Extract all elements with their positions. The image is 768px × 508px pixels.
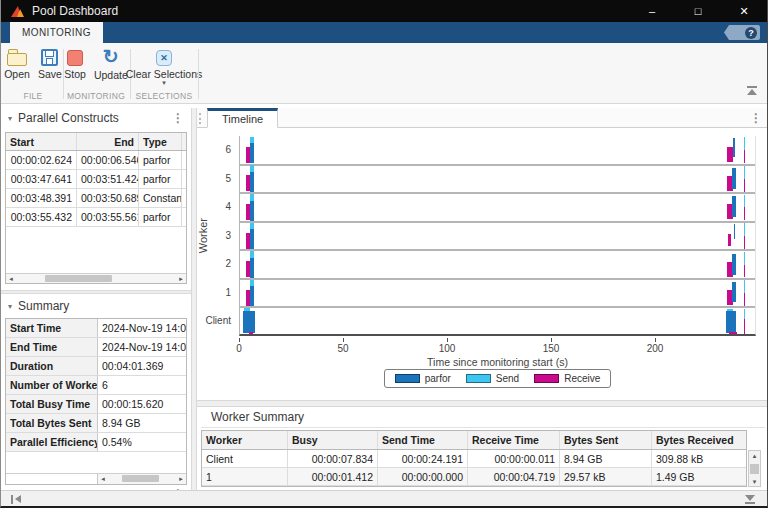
timeline-bar[interactable] [744,252,745,265]
scroll-thumb[interactable] [750,464,759,474]
column-header[interactable]: Receive Time [468,431,560,449]
horizontal-scrollbar[interactable]: ◂ ▸ [6,273,186,283]
legend-item[interactable]: Receive [534,373,600,384]
scroll-right-arrow[interactable]: ▸ [176,274,186,284]
table-row[interactable]: Duration00:04:01.369 [6,357,186,376]
horizontal-scrollbar[interactable]: ◂ ▸ [98,474,186,484]
timeline-bar[interactable] [250,194,254,201]
timeline-bar[interactable] [744,223,745,236]
timeline-bar[interactable] [249,332,253,336]
timeline-bar[interactable] [744,166,745,179]
scroll-left-arrow[interactable]: ◂ [98,474,108,484]
table-row[interactable]: 00:00:02.62400:00:06.546parfor [6,151,186,170]
table-row[interactable]: Number of Workers6 [6,376,186,395]
scroll-thumb[interactable] [122,475,159,482]
timeline-bar[interactable] [726,311,736,333]
collapse-left-panel-button[interactable] [11,495,22,504]
timeline-bar[interactable] [744,150,745,163]
row-label: Total Bytes Sent [6,414,98,432]
timeline-bar[interactable] [250,165,254,172]
table-row[interactable]: End Time2024-Nov-19 14:04:48.5 [6,338,186,357]
timeline-bar[interactable] [732,254,735,275]
timeline-bar[interactable] [250,280,254,287]
table-row[interactable]: 00:03:48.39100:03:50.689Constant [6,189,186,208]
timeline-bar[interactable] [733,138,735,156]
horizontal-splitter[interactable] [197,400,768,407]
column-header[interactable]: Bytes Sent [560,431,652,449]
timeline-bar[interactable] [744,309,745,319]
open-button[interactable]: Open [2,47,32,87]
minimize-button[interactable]: – [629,0,675,22]
timeline-bar[interactable] [250,286,254,306]
table-row[interactable]: 00:03:55.43200:03:55.561parfor [6,208,186,227]
maximize-button[interactable]: □ [675,0,721,22]
table-row[interactable]: Parallel Efficiency0.54% [6,433,186,452]
collapse-triangle-icon[interactable]: ▾ [8,302,12,311]
timeline-bar[interactable] [243,311,255,333]
timeline-bar[interactable] [732,282,735,303]
timeline-bar[interactable] [732,168,736,189]
clear-selections-button[interactable]: ✕ Clear Selections ▾ [124,47,204,87]
timeline-bar[interactable] [744,195,745,208]
timeline-bar[interactable] [250,258,254,278]
tab-timeline[interactable]: Timeline [207,108,278,128]
tab-monitoring[interactable]: MONITORING [10,22,103,43]
timeline-bar[interactable] [744,236,745,249]
column-header[interactable]: Send Time [378,431,468,449]
timeline-bar[interactable] [744,207,745,220]
column-header-start[interactable]: Start [6,133,77,150]
scroll-down-arrow[interactable]: ▾ [753,477,757,486]
timeline-bar[interactable] [250,143,254,163]
table-row[interactable]: 00:03:47.64100:03:51.424parfor [6,170,186,189]
table-row[interactable]: 100:00:01.41200:00:00.00000:00:04.71929.… [202,468,746,486]
horizontal-splitter[interactable] [1,290,191,294]
table-row[interactable]: Total Busy Time00:00:15.620 [6,395,186,414]
timeline-bar[interactable] [732,196,736,217]
scroll-left-arrow[interactable]: ◂ [6,274,16,284]
timeline-bar[interactable] [250,201,254,221]
help-button[interactable]: ? [724,25,760,40]
timeline-bar[interactable] [250,229,254,249]
save-button[interactable]: Save [36,47,64,87]
timeline-bar[interactable] [250,172,254,192]
table-row[interactable]: Client00:00:07.83400:00:24.19100:00:00.0… [202,450,746,468]
table-row[interactable]: Start Time2024-Nov-19 14:00:47.5 [6,319,186,338]
timeline-bar[interactable] [744,137,745,150]
collapse-triangle-icon[interactable]: ▾ [8,114,12,123]
timeline-plot[interactable] [239,136,756,336]
timeline-bar[interactable] [250,137,254,144]
column-header[interactable]: Worker [202,431,288,449]
timeline-bar[interactable] [734,224,736,239]
close-button[interactable]: ✕ [721,0,767,22]
scroll-up-arrow[interactable]: ▴ [753,451,757,460]
scroll-right-arrow[interactable]: ▸ [176,474,186,484]
scroll-thumb[interactable] [45,275,112,282]
legend-item[interactable]: parfor [395,373,451,384]
scroll-track[interactable] [16,274,176,283]
timeline-bar[interactable] [744,265,745,278]
timeline-bar[interactable] [744,280,745,293]
timeline-bar[interactable] [728,234,731,247]
collapse-ribbon-button[interactable] [747,86,757,95]
x-tick-label: 0 [224,343,254,354]
timeline-bar[interactable] [250,251,254,258]
timeline-bar[interactable] [729,332,737,336]
vertical-scrollbar[interactable]: ▴ ▾ [748,450,761,487]
legend-item[interactable]: Send [466,373,519,384]
column-header-end[interactable]: End [77,133,139,150]
timeline-bar[interactable] [250,223,254,230]
drag-handle-icon[interactable] [199,113,203,124]
scroll-track[interactable] [108,474,176,484]
timeline-bar[interactable] [744,319,745,335]
timeline-bar[interactable] [727,147,733,162]
timeline-bar[interactable] [744,179,745,192]
collapse-bottom-panel-button[interactable] [745,495,755,504]
column-header-type[interactable]: Type [139,133,182,150]
column-header[interactable]: Busy [288,431,378,449]
stop-button[interactable]: Stop [62,47,88,87]
timeline-bar[interactable] [744,293,745,306]
table-row[interactable]: Total Bytes Sent8.94 GB [6,414,186,433]
panel-menu-button[interactable]: ⋮ [172,111,184,125]
column-header[interactable]: Bytes Received [652,431,746,449]
panel-menu-button[interactable]: ⋮ [750,111,762,125]
